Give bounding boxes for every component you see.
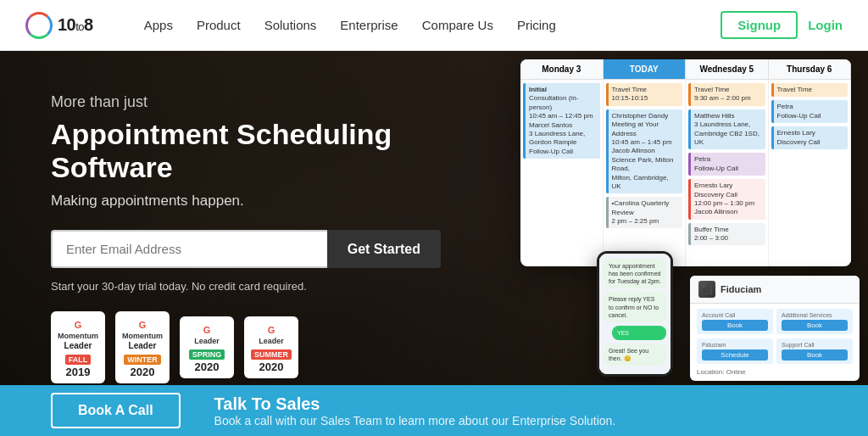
cta-strip: Book A Call Talk To Sales Book a call wi… [0,385,868,436]
nav-solutions[interactable]: Solutions [264,18,317,32]
phone-message: Please reply YES to confirm or NO to can… [604,292,666,321]
badge-g2-label: G [203,325,211,335]
phone-mockup: Your appointment has been confirmed for … [597,251,673,377]
small-tablet-row: Account Call Book Additional Services Bo… [697,309,853,334]
phone-screen: Your appointment has been confirmed for … [599,254,670,374]
cal-day-thursday: Thursday 6 [769,59,852,79]
nav-pricing[interactable]: Pricing [517,18,556,32]
st-button[interactable]: Book [702,320,768,331]
database-icon: ⬛ [698,281,715,298]
hero-form: Get Started [51,230,441,268]
cal-col-monday: InitialConsultation (in-person)10:45 am … [520,80,604,266]
hero-devices: Monday 3 TODAY Wednesday 5 Thursday 6 In… [427,51,868,385]
hero-section: More than just Appointment Scheduling So… [0,51,868,385]
nav-enterprise[interactable]: Enterprise [340,18,398,32]
st-button[interactable]: Book [782,349,848,361]
cal-event: Travel Time [771,83,849,97]
cal-day-monday: Monday 3 [520,59,604,79]
nav-product[interactable]: Product [197,18,241,32]
cal-event: PetraFollow-Up Call [688,153,765,176]
badge-g2-label: G [139,320,147,330]
cal-event: Christopher DandyMeeting at Your Address… [606,109,683,194]
st-location: Location: Online [697,368,853,376]
cta-title: Talk To Sales [214,394,616,414]
st-box: Fiduciam Schedule [697,338,773,364]
small-tablet-row: Fiduciam Schedule Support Call Book [697,338,853,364]
hero-title: Appointment Scheduling Software [51,118,441,184]
badge-fall-2019: G Momentum Leader FALL 2019 [51,311,105,383]
phone-message: Great! See you then. 😊 [604,344,666,366]
logo-icon [25,12,53,39]
get-started-button[interactable]: Get Started [327,230,441,268]
login-button[interactable]: Login [808,18,843,32]
cal-event: Ernesto LaryDiscovery Call [771,126,849,149]
cal-event: •Carolina Quarterly Review2 pm – 2:25 pm [606,197,683,228]
small-tablet-header: ⬛ Fiduciam [690,276,860,304]
hero-content: More than just Appointment Scheduling So… [0,51,441,383]
st-button[interactable]: Schedule [702,349,768,361]
phone-message: Your appointment has been confirmed for … [604,259,666,288]
email-input[interactable] [51,230,327,268]
cal-event: Buffer Time2:00 – 3:00 [688,223,765,246]
small-tablet-body: Account Call Book Additional Services Bo… [690,304,860,381]
badge-g2-label: G [268,325,275,335]
badges: G Momentum Leader FALL 2019 G Momentum L… [51,311,441,383]
calendar-body: InitialConsultation (in-person)10:45 am … [520,80,851,266]
cal-event: Matthew Hills3 Laundress Lane, Cambridge… [688,109,765,150]
badge-summer-2020: G Leader SUMMER 2020 [244,316,298,379]
calendar-tablet: Monday 3 TODAY Wednesday 5 Thursday 6 In… [520,59,851,266]
cal-event: Ernesto LaryDiscovery Call12:00 pm – 1:3… [688,179,765,220]
cal-day-today: TODAY [604,59,687,79]
logo[interactable]: 10to8 [25,12,93,39]
navbar: 10to8 Apps Product Solutions Enterprise … [0,0,868,51]
cal-event: Travel Time9:30 am – 2:00 pm [688,83,765,106]
cal-event: PetraFollow-Up Call [771,100,849,123]
cal-event: InitialConsultation (in-person)10:45 am … [523,83,600,159]
cal-event: Travel Time10:15-10:15 [606,83,683,106]
phone-message-sent: YES [612,326,666,340]
st-button[interactable]: Book [782,320,848,331]
badge-winter-2020: G Momentum Leader WINTER 2020 [115,311,170,383]
small-tablet: ⬛ Fiduciam Account Call Book Additional … [690,276,860,381]
st-box: Account Call Book [697,309,773,334]
book-call-button[interactable]: Book A Call [51,393,181,428]
calendar-header: Monday 3 TODAY Wednesday 5 Thursday 6 [520,59,851,80]
cal-day-wednesday: Wednesday 5 [686,59,769,79]
nav-compare-us[interactable]: Compare Us [422,18,493,32]
st-box: Support Call Book [776,338,853,364]
hero-tagline: Making appointments happen. [51,193,441,210]
nav-actions: Signup Login [721,11,843,39]
nav-apps[interactable]: Apps [144,18,173,32]
signup-button[interactable]: Signup [721,11,798,39]
cta-text-block: Talk To Sales Book a call with our Sales… [214,394,616,428]
cal-col-today: Travel Time10:15-10:15 Christopher Dandy… [604,80,687,266]
hero-subtitle: More than just [51,93,441,111]
logo-text: 10to8 [58,15,93,35]
nav-links: Apps Product Solutions Enterprise Compar… [144,18,721,32]
cal-col-thursday: Travel Time PetraFollow-Up Call Ernesto … [769,80,852,266]
trial-text: Start your 30-day trial today. No credit… [51,280,441,293]
badge-g2-label: G [75,320,82,330]
cta-description: Book a call with our Sales Team to learn… [214,414,616,428]
badge-spring-2020: G Leader SPRING 2020 [180,316,234,379]
st-box: Additional Services Book [776,309,853,334]
small-tablet-title: Fiduciam [721,284,761,294]
cal-col-wednesday: Travel Time9:30 am – 2:00 pm Matthew Hil… [686,80,769,266]
